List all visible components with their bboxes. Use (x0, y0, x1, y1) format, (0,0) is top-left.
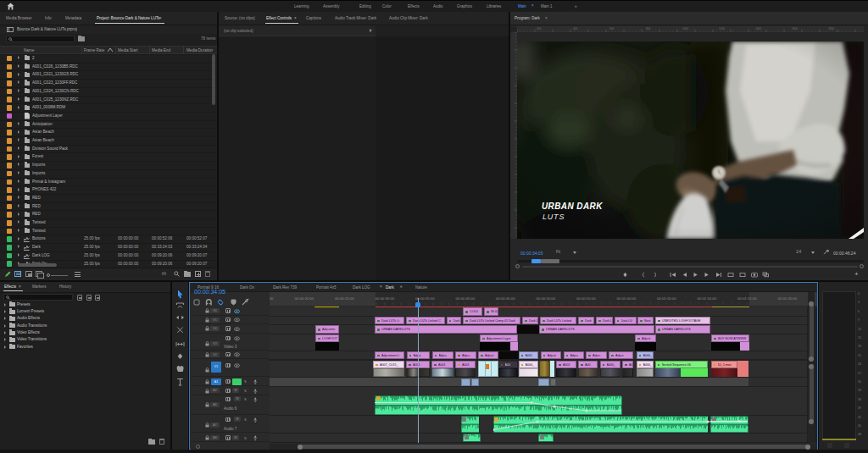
svg-text:39: 39 (858, 406, 861, 410)
svg-text:21: 21 (858, 354, 861, 357)
svg-text:400: 400 (573, 27, 578, 30)
svg-text:24: 24 (858, 362, 861, 366)
svg-text:42: 42 (858, 416, 861, 419)
svg-text:1200: 1200 (719, 27, 725, 30)
svg-text:00:01:05:00: 00:01:05:00 (657, 296, 676, 301)
svg-text:00:01:10:00: 00:01:10:00 (697, 296, 716, 301)
svg-text:00:00:40:00: 00:00:40:00 (455, 296, 475, 301)
svg-text:0: 0 (858, 292, 860, 296)
svg-text:15: 15 (858, 336, 861, 340)
svg-text:00:00:30:00: 00:00:30:00 (375, 296, 394, 301)
svg-text:18: 18 (858, 345, 861, 348)
svg-text:6: 6 (858, 310, 860, 313)
svg-text:36: 36 (858, 398, 861, 401)
svg-text:00:00:45:00: 00:00:45:00 (496, 296, 515, 301)
svg-text:33: 33 (858, 389, 861, 392)
svg-text:27: 27 (858, 372, 861, 375)
svg-text:48: 48 (858, 433, 861, 436)
svg-text:00:01:00:00: 00:01:00:00 (616, 296, 636, 301)
svg-text:3: 3 (858, 301, 860, 304)
svg-text:1600: 1600 (792, 27, 798, 30)
svg-text:9: 9 (858, 318, 860, 322)
svg-text:1800: 1800 (828, 27, 834, 30)
svg-text:00:00:50:00: 00:00:50:00 (536, 296, 555, 301)
svg-text:800: 800 (646, 27, 651, 30)
svg-text:00:01:15:00: 00:01:15:00 (737, 296, 757, 301)
svg-text:00:00:55:00: 00:00:55:00 (576, 296, 596, 301)
svg-text::00: :00 (270, 296, 274, 301)
svg-text:200: 200 (537, 27, 542, 30)
svg-text:1400: 1400 (755, 27, 761, 30)
svg-text:00:00:25:00: 00:00:25:00 (335, 296, 354, 301)
svg-text:1000: 1000 (682, 27, 688, 30)
svg-text:45: 45 (858, 424, 861, 428)
svg-text:00:00:20:00: 00:00:20:00 (294, 296, 314, 301)
svg-text:600: 600 (609, 27, 615, 30)
svg-text:00:01:20:00: 00:01:20:00 (777, 296, 797, 301)
svg-text:30: 30 (858, 380, 861, 384)
svg-text:12: 12 (858, 328, 861, 331)
